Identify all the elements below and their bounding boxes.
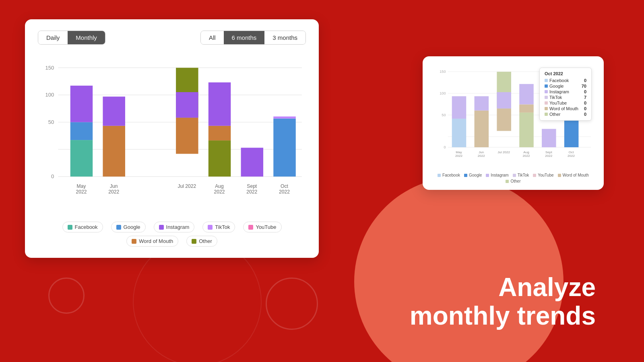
svg-text:2022: 2022 <box>108 189 119 195</box>
svg-text:Jun: Jun <box>110 183 118 189</box>
other-legend-dot <box>192 239 196 244</box>
bar-chart: 150 100 50 0 May 2022 Jun 2022 <box>38 54 306 215</box>
bg-decoration-circle-large <box>354 177 564 362</box>
legend-google: Google <box>111 222 146 232</box>
tooltip-label-facebook: Facebook <box>549 78 569 83</box>
svg-text:Oct: Oct <box>569 150 574 154</box>
svg-text:100: 100 <box>440 91 446 95</box>
oct-tiktok-bar <box>273 117 296 119</box>
sec-label-wom: Word of Mouth <box>563 173 589 177</box>
daily-button[interactable]: Daily <box>38 31 68 44</box>
legend-tiktok: TikTok <box>202 222 235 232</box>
sec-legend-instagram: Instagram <box>486 173 508 177</box>
svg-text:2022: 2022 <box>568 154 575 158</box>
sec-dot-other <box>506 180 509 183</box>
sec-legend-other: Other <box>506 179 520 183</box>
tooltip-dot-tiktok <box>545 96 548 99</box>
may-instagram-bar <box>70 86 93 122</box>
tooltip-value-tiktok: 7 <box>584 95 586 100</box>
sec-aug-instagram <box>519 84 534 105</box>
tooltip-label-youtube: YouTube <box>549 101 567 105</box>
sec-label-google: Google <box>469 173 482 177</box>
headline-text: Analyze monthly trends <box>410 273 596 330</box>
svg-text:2022: 2022 <box>545 154 553 158</box>
secondary-legend: Facebook Google Instagram TikTok YouTube… <box>431 173 595 183</box>
6months-filter-button[interactable]: 6 months <box>224 31 265 44</box>
tooltip-dot-instagram <box>545 90 548 93</box>
svg-text:Aug: Aug <box>523 150 529 154</box>
svg-text:2022: 2022 <box>522 154 530 158</box>
chart-area: 150 100 50 0 May 2022 Jun 2022 <box>38 54 306 215</box>
svg-text:0: 0 <box>444 145 446 149</box>
sec-legend-google: Google <box>464 173 482 177</box>
tooltip-row-tiktok: TikTok 7 <box>545 95 586 100</box>
svg-text:2022: 2022 <box>478 154 485 158</box>
sec-sept-instagram <box>542 129 556 147</box>
controls-row: Daily Monthly All 6 months 3 months <box>38 31 306 45</box>
other-legend-label: Other <box>199 238 212 244</box>
sec-may-instagram <box>452 96 466 119</box>
sec-jun-instagram <box>475 96 489 111</box>
tooltip-label-wom: Word of Mouth <box>549 106 578 111</box>
aug-other-bar <box>208 140 231 177</box>
monthly-button[interactable]: Monthly <box>68 31 105 44</box>
svg-text:2022: 2022 <box>455 154 463 158</box>
tooltip-row-youtube: YouTube 0 <box>545 100 586 106</box>
svg-text:May: May <box>456 150 462 154</box>
sec-legend-tiktok: TikTok <box>513 173 529 177</box>
svg-text:50: 50 <box>442 113 446 117</box>
svg-text:100: 100 <box>45 92 54 98</box>
sec-label-tiktok: TikTok <box>518 173 529 177</box>
youtube-legend-label: YouTube <box>256 224 276 230</box>
aug-wom-bar <box>208 126 231 140</box>
filter-toggle: All 6 months 3 months <box>200 31 306 45</box>
tiktok-legend-dot <box>208 225 213 230</box>
bg-decoration-circle-sm1 <box>48 278 85 314</box>
svg-text:Jul 2022: Jul 2022 <box>497 150 510 154</box>
3months-filter-button[interactable]: 3 months <box>264 31 305 44</box>
tooltip-label-google: Google <box>549 84 564 88</box>
legend-other: Other <box>186 236 217 247</box>
tooltip-value-facebook: 0 <box>584 78 586 83</box>
legend-instagram: Instagram <box>154 222 195 232</box>
svg-text:Jun: Jun <box>479 150 484 154</box>
svg-text:Sept: Sept <box>247 183 257 189</box>
tiktok-legend-label: TikTok <box>215 224 230 230</box>
tooltip-value-google: 70 <box>582 84 586 88</box>
youtube-legend-dot <box>248 225 253 230</box>
oct-google-bar <box>273 119 296 177</box>
tooltip-row-instagram: Instagram 0 <box>545 89 586 95</box>
may-facebook-bar <box>70 140 93 177</box>
tooltip-row-google: Google 70 <box>545 83 586 89</box>
tooltip-dot-other <box>545 113 548 116</box>
sec-may-facebook <box>452 119 466 147</box>
facebook-legend-dot <box>68 225 72 230</box>
legend-facebook: Facebook <box>62 222 103 232</box>
wom-legend-label: Word of Mouth <box>139 238 173 244</box>
bg-decoration-circle-sm2 <box>266 278 318 330</box>
sec-aug-wom <box>519 105 534 113</box>
tooltip-value-wom: 0 <box>584 106 586 111</box>
tooltip-label-other: Other <box>549 112 561 117</box>
sec-jul-instagram <box>497 92 511 109</box>
svg-text:2022: 2022 <box>246 189 257 195</box>
all-filter-button[interactable]: All <box>201 31 224 44</box>
headline-line2: monthly trends <box>410 301 596 330</box>
sec-jun-wom <box>475 111 489 147</box>
svg-text:Jul 2022: Jul 2022 <box>178 183 196 189</box>
tooltip-row-facebook: Facebook 0 <box>545 78 586 83</box>
sec-dot-google <box>464 174 467 177</box>
sec-dot-tiktok <box>513 174 516 177</box>
sec-dot-facebook <box>438 174 441 177</box>
headline-line1: Analyze <box>498 273 596 302</box>
svg-text:2022: 2022 <box>214 189 225 195</box>
may-google-bar <box>70 122 93 140</box>
aug-instagram-bar <box>208 82 231 126</box>
tooltip-value-other: 0 <box>584 112 586 117</box>
sec-dot-youtube <box>533 174 536 177</box>
secondary-chart-area: 150 100 50 0 May 2022 <box>431 64 595 169</box>
jul-instagram-bar <box>176 92 198 118</box>
svg-text:150: 150 <box>45 65 54 71</box>
legend-wom: Word of Mouth <box>126 236 178 247</box>
tooltip-row-wom: Word of Mouth 0 <box>545 106 586 111</box>
